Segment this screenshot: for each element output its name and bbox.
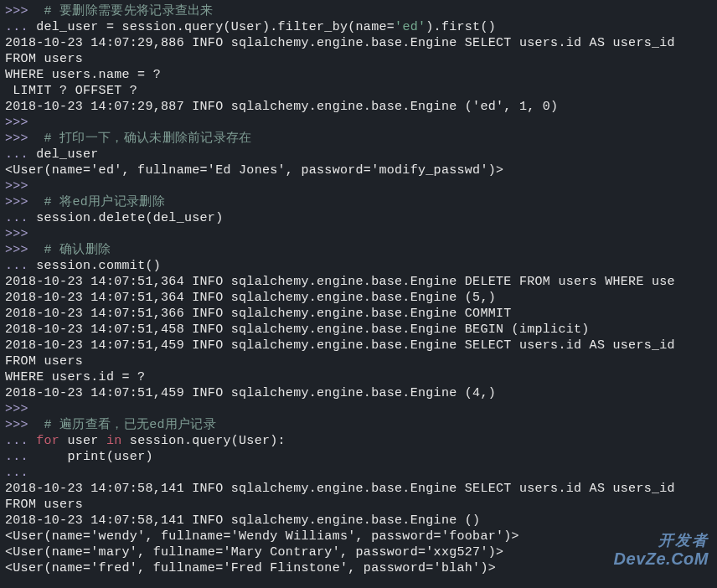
prompt: ... (5, 147, 28, 162)
prompt: ... (5, 450, 28, 464)
terminal-line: 2018-10-23 14:07:51,458 INFO sqlalchemy.… (5, 322, 590, 337)
terminal-line: 2018-10-23 14:07:51,366 INFO sqlalchemy.… (5, 307, 512, 321)
terminal-line: ... (5, 466, 28, 480)
terminal-line: <User(name='wendy', fullname='Wendy Will… (5, 529, 519, 544)
terminal-line: >>> # 遍历查看，已无ed用户记录 (5, 418, 216, 432)
terminal-line: <User(name='ed', fullname='Ed Jones', pa… (5, 163, 503, 178)
terminal-line: WHERE users.id = ? (5, 370, 145, 384)
prompt: ... (5, 434, 28, 448)
terminal-line: ... session.commit() (5, 259, 161, 273)
prompt: >>> (5, 116, 28, 130)
prompt: >>> (5, 4, 28, 18)
terminal-line: <User(name='mary', fullname='Mary Contra… (5, 545, 503, 560)
terminal-line: FROM users (5, 354, 83, 369)
terminal-line: 2018-10-23 14:07:51,459 INFO sqlalchemy.… (5, 386, 496, 400)
terminal-line: FROM users (5, 52, 83, 66)
prompt: >>> (5, 227, 28, 241)
terminal-line: FROM users (5, 498, 83, 512)
prompt: ... (5, 211, 28, 225)
prompt: >>> (5, 402, 28, 416)
prompt: ... (5, 466, 28, 480)
terminal-line: >>> (5, 116, 28, 130)
terminal-line: ... print(user) (5, 450, 153, 464)
terminal-output: >>> # 要删除需要先将记录查出来 ... del_user = sessio… (0, 0, 717, 580)
terminal-line: >>> # 确认删除 (5, 243, 111, 257)
prompt: >>> (5, 195, 28, 209)
prompt: ... (5, 259, 28, 273)
terminal-line: >>> # 打印一下，确认未删除前记录存在 (5, 132, 252, 146)
prompt: ... (5, 20, 28, 34)
terminal-line: WHERE users.name = ? (5, 68, 161, 82)
terminal-line: 2018-10-23 14:07:29,886 INFO sqlalchemy.… (5, 36, 675, 50)
terminal-line: ... del_user = session.query(User).filte… (5, 20, 496, 34)
terminal-line: >>> (5, 179, 28, 193)
terminal-line: ... session.delete(del_user) (5, 211, 223, 225)
terminal-line: 2018-10-23 14:07:51,364 INFO sqlalchemy.… (5, 275, 675, 289)
terminal-line: LIMIT ? OFFSET ? (5, 84, 137, 98)
terminal-line: ... del_user (5, 147, 99, 162)
terminal-line: 2018-10-23 14:07:29,887 INFO sqlalchemy.… (5, 100, 558, 114)
terminal-line: >>> (5, 402, 28, 416)
prompt: >>> (5, 179, 28, 193)
prompt: >>> (5, 243, 28, 257)
terminal-line: >>> (5, 227, 28, 241)
terminal-line: >>> # 将ed用户记录删除 (5, 195, 165, 209)
terminal-line: 2018-10-23 14:07:51,364 INFO sqlalchemy.… (5, 291, 496, 305)
terminal-line: 2018-10-23 14:07:58,141 INFO sqlalchemy.… (5, 482, 675, 496)
prompt: >>> (5, 132, 28, 146)
prompt: >>> (5, 418, 28, 432)
terminal-line: 2018-10-23 14:07:58,141 INFO sqlalchemy.… (5, 513, 480, 528)
terminal-line: ... for user in session.query(User): (5, 434, 286, 448)
terminal-line: <User(name='fred', fullname='Fred Flinst… (5, 561, 496, 575)
terminal-line: >>> # 要删除需要先将记录查出来 (5, 4, 214, 18)
terminal-line: 2018-10-23 14:07:51,459 INFO sqlalchemy.… (5, 338, 675, 353)
